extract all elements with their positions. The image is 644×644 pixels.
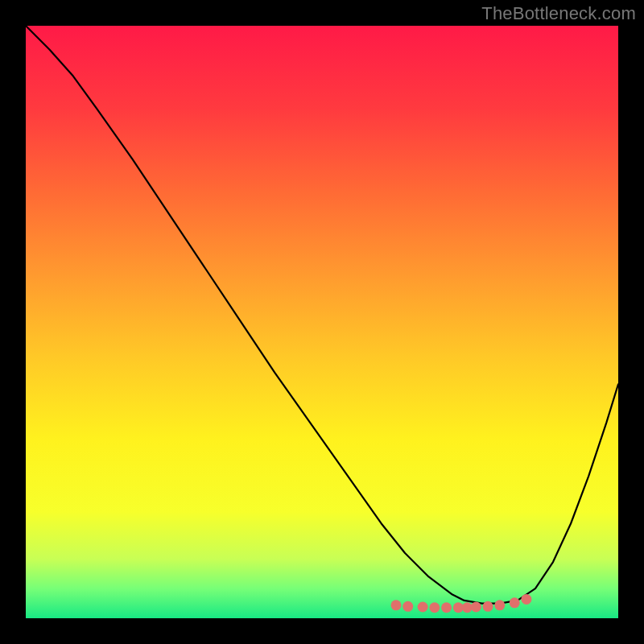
optimal-marker — [429, 602, 440, 613]
optimal-marker — [483, 601, 493, 612]
plot-area — [26, 26, 618, 618]
optimal-marker — [418, 602, 428, 613]
optimal-marker — [521, 594, 531, 605]
optimal-marker — [441, 602, 452, 613]
chart-svg — [26, 26, 618, 618]
heatmap-background — [26, 26, 618, 618]
optimal-marker — [462, 602, 473, 613]
optimal-marker — [391, 600, 402, 610]
optimal-marker — [494, 600, 505, 610]
optimal-marker — [471, 602, 481, 613]
optimal-marker — [402, 601, 413, 612]
optimal-marker — [510, 597, 520, 608]
chart-frame: TheBottleneck.com — [0, 0, 644, 644]
watermark-label: TheBottleneck.com — [481, 3, 636, 24]
